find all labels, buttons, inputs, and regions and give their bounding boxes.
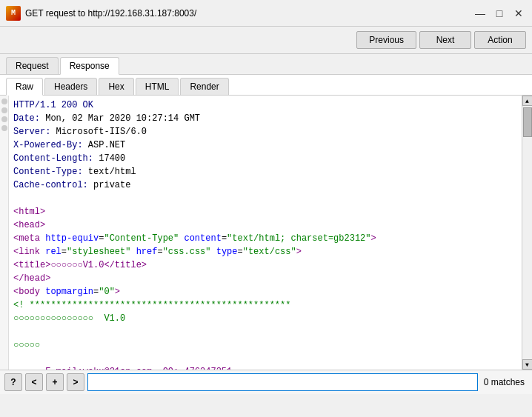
- tab-render[interactable]: Render: [180, 78, 228, 95]
- tab-request[interactable]: Request: [6, 57, 59, 74]
- tab-hex[interactable]: Hex: [99, 78, 133, 95]
- window-title: GET request to http://192.168.31.187:800…: [25, 8, 473, 19]
- window-controls: — □ ✕: [473, 6, 526, 21]
- maximize-button[interactable]: □: [492, 6, 507, 21]
- close-button[interactable]: ✕: [511, 6, 526, 21]
- scrollbar-vertical[interactable]: ▲ ▼: [522, 96, 532, 370]
- inner-tab-bar: Raw Headers Hex HTML Render: [0, 75, 532, 96]
- tab-html[interactable]: HTML: [136, 78, 179, 95]
- title-bar: M GET request to http://192.168.31.187:8…: [0, 0, 532, 27]
- toolbar: Previous Next Action: [0, 27, 532, 54]
- matches-label: 0 matches: [481, 377, 528, 387]
- next-button[interactable]: Next: [419, 31, 471, 49]
- action-button[interactable]: Action: [474, 31, 526, 49]
- question-button[interactable]: ?: [4, 373, 22, 391]
- search-input[interactable]: [87, 373, 478, 391]
- previous-button[interactable]: Previous: [356, 31, 416, 49]
- minimize-button[interactable]: —: [473, 6, 488, 21]
- outer-tab-bar: Request Response: [0, 54, 532, 75]
- scroll-down-arrow[interactable]: ▼: [522, 359, 533, 370]
- tab-response[interactable]: Response: [60, 57, 119, 75]
- status-bar: ? < + > 0 matches: [0, 370, 532, 394]
- scroll-thumb[interactable]: [523, 107, 532, 137]
- code-view[interactable]: HTTP/1.1 200 OK Date: Mon, 02 Mar 2020 1…: [9, 96, 522, 370]
- next-search-button[interactable]: >: [67, 373, 84, 391]
- tab-raw[interactable]: Raw: [6, 78, 43, 96]
- left-gutter: [0, 96, 9, 370]
- content-area: HTTP/1.1 200 OK Date: Mon, 02 Mar 2020 1…: [0, 96, 532, 370]
- prev-search-button[interactable]: <: [25, 373, 43, 391]
- tab-headers[interactable]: Headers: [44, 78, 97, 95]
- app-icon: M: [6, 6, 21, 21]
- add-search-button[interactable]: +: [46, 373, 64, 391]
- scroll-up-arrow[interactable]: ▲: [522, 96, 533, 106]
